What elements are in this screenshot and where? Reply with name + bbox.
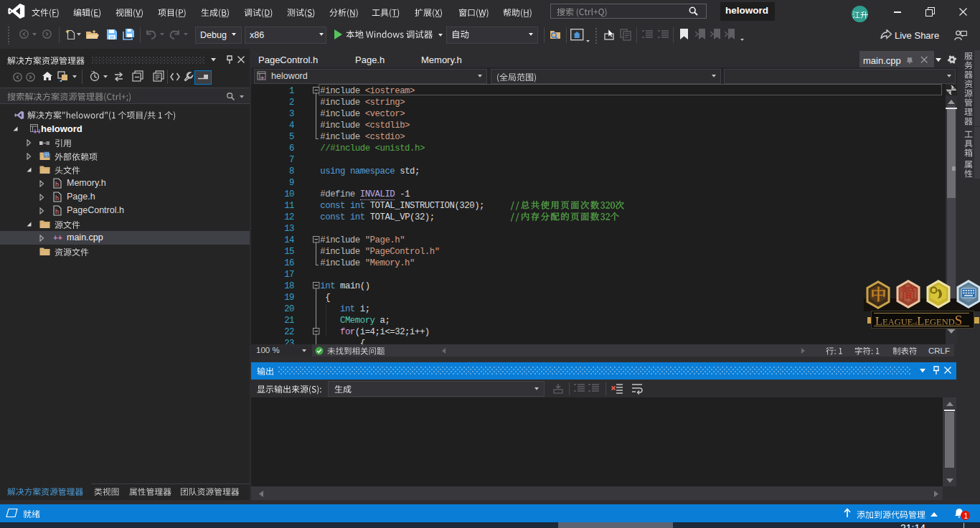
svg-text:++: ++ [33,127,40,134]
svg-text:h: h [55,208,59,215]
svg-text:h: h [55,181,59,188]
svg-text:h: h [55,194,59,202]
svg-text:++: ++ [53,233,62,242]
svg-text:+: + [260,75,264,82]
